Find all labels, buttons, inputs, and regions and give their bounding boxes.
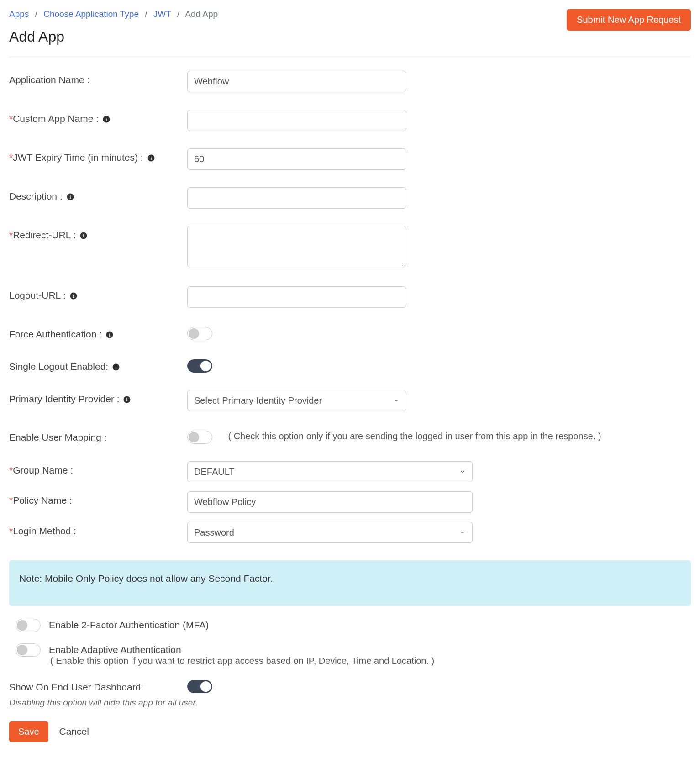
note-box: Note: Mobile Only Policy does not allow …	[9, 560, 691, 606]
jwt-expiry-label: JWT Expiry Time (in minutes) :	[13, 152, 143, 163]
description-input[interactable]	[187, 187, 406, 209]
submit-new-app-button[interactable]: Submit New App Request	[567, 9, 691, 31]
app-name-input[interactable]	[187, 71, 406, 92]
adaptive-auth-toggle[interactable]	[16, 643, 41, 657]
breadcrumb-sep: /	[177, 9, 179, 19]
policy-name-input[interactable]	[187, 491, 473, 513]
dashboard-hint: Disabling this option will hide this app…	[9, 698, 691, 708]
info-icon[interactable]: i	[147, 154, 155, 162]
logout-url-input[interactable]	[187, 286, 406, 308]
info-icon[interactable]: i	[112, 363, 120, 371]
required-marker: *	[9, 465, 13, 475]
breadcrumb-apps[interactable]: Apps	[9, 9, 29, 19]
page-title: Add App	[9, 28, 218, 45]
breadcrumb-choose[interactable]: Choose Application Type	[43, 9, 139, 19]
single-logout-toggle[interactable]	[187, 359, 212, 373]
jwt-expiry-input[interactable]	[187, 148, 406, 170]
svg-text:i: i	[73, 294, 74, 299]
adaptive-auth-hint: ( Enable this option if you want to rest…	[50, 656, 691, 666]
dashboard-toggle[interactable]	[187, 680, 212, 693]
login-method-select[interactable]: Password	[187, 522, 473, 543]
svg-text:i: i	[150, 156, 152, 161]
info-icon[interactable]: i	[79, 232, 88, 240]
adaptive-auth-label: Enable Adaptive Authentication	[49, 644, 181, 655]
breadcrumb-sep: /	[145, 9, 147, 19]
required-marker: *	[9, 152, 13, 163]
enable-user-mapping-toggle[interactable]	[187, 431, 212, 444]
required-marker: *	[9, 113, 13, 124]
required-marker: *	[9, 495, 13, 505]
info-icon[interactable]: i	[123, 395, 131, 404]
info-icon[interactable]: i	[102, 115, 111, 123]
redirect-url-label: Redirect-URL :	[13, 230, 76, 240]
policy-name-label: Policy Name :	[13, 495, 72, 505]
svg-text:i: i	[116, 365, 117, 370]
login-method-label: Login Method :	[13, 526, 76, 536]
info-icon[interactable]: i	[69, 292, 78, 300]
custom-app-name-input[interactable]	[187, 110, 406, 131]
primary-idp-label: Primary Identity Provider :	[9, 394, 120, 404]
svg-text:i: i	[109, 332, 111, 337]
mfa-toggle[interactable]	[16, 619, 41, 632]
breadcrumb: Apps / Choose Application Type / JWT / A…	[9, 9, 218, 19]
save-button[interactable]: Save	[9, 721, 48, 742]
divider	[9, 57, 691, 57]
breadcrumb-jwt[interactable]: JWT	[153, 9, 171, 19]
breadcrumb-current: Add App	[185, 9, 218, 19]
svg-text:i: i	[126, 397, 128, 402]
svg-text:i: i	[69, 195, 71, 200]
single-logout-label: Single Logout Enabled:	[9, 361, 108, 372]
app-name-label: Application Name :	[9, 71, 187, 85]
force-auth-toggle[interactable]	[187, 327, 212, 340]
logout-url-label: Logout-URL :	[9, 290, 66, 300]
enable-user-mapping-label: Enable User Mapping :	[9, 432, 107, 442]
mfa-label: Enable 2-Factor Authentication (MFA)	[49, 620, 209, 631]
description-label: Description :	[9, 191, 63, 201]
svg-text:i: i	[83, 233, 84, 238]
info-icon[interactable]: i	[105, 331, 114, 339]
enable-user-mapping-hint: ( Check this option only if you are send…	[228, 428, 601, 442]
redirect-url-input[interactable]	[187, 226, 406, 267]
breadcrumb-sep: /	[35, 9, 37, 19]
svg-text:i: i	[105, 117, 107, 122]
required-marker: *	[9, 230, 13, 240]
info-icon[interactable]: i	[66, 193, 74, 201]
dashboard-label: Show On End User Dashboard:	[9, 682, 143, 692]
custom-app-name-label: Custom App Name :	[13, 113, 99, 124]
group-name-select[interactable]: DEFAULT	[187, 461, 473, 482]
primary-idp-select[interactable]: Select Primary Identity Provider	[187, 390, 406, 411]
required-marker: *	[9, 526, 13, 536]
group-name-label: Group Name :	[13, 465, 73, 475]
force-auth-label: Force Authentication :	[9, 329, 102, 339]
cancel-button[interactable]: Cancel	[59, 726, 89, 737]
